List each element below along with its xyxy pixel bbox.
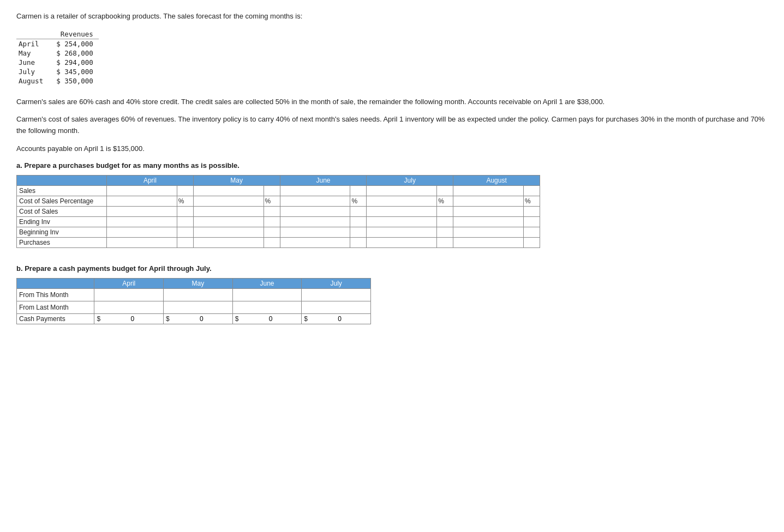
cash-payments-may-cell: $ (164, 313, 233, 324)
purchases-may-input[interactable] (194, 238, 264, 247)
costpct-august-input[interactable] (453, 196, 523, 206)
revenue-amount-july: $ 345,000 (54, 67, 99, 76)
costpct-june-pct: % (350, 196, 367, 206)
begininv-august-divider (523, 227, 540, 237)
purchases-june-input[interactable] (280, 238, 350, 247)
from-last-month-july-input[interactable] (304, 303, 368, 312)
purchases-header-empty (17, 175, 107, 185)
costpct-april-pct: % (177, 196, 193, 206)
purchases-may-divider (264, 237, 280, 247)
endinv-august-divider (523, 216, 540, 227)
row-label-from-this-month: From This Month (17, 288, 94, 301)
endinv-july-input-cell (367, 216, 437, 227)
table-row: Sales (17, 185, 540, 196)
begininv-april-divider (177, 227, 193, 237)
begininv-april-input[interactable] (107, 227, 177, 237)
cash-header-empty (17, 278, 94, 288)
purchases-header-june: June (280, 175, 367, 185)
begininv-august-input-cell (453, 227, 524, 237)
cash-payments-may-input[interactable] (171, 315, 204, 323)
cash-payments-july-input[interactable] (309, 315, 342, 323)
purchases-august-input[interactable] (453, 238, 523, 247)
table-row: From Last Month (17, 301, 371, 313)
from-this-month-july-cell (302, 288, 371, 301)
costsales-may-input-cell (193, 206, 264, 216)
costsales-may-input[interactable] (194, 207, 264, 216)
row-label-beginning-inv: Beginning Inv (17, 227, 107, 237)
from-last-month-june-input[interactable] (235, 303, 300, 312)
begininv-august-input[interactable] (453, 227, 523, 237)
endinv-may-input-cell (193, 216, 264, 227)
costsales-august-input[interactable] (453, 207, 523, 216)
begininv-july-divider (437, 227, 453, 237)
from-this-month-april-input[interactable] (97, 290, 161, 300)
section-b-label: b. Prepare a cash payments budget for Ap… (16, 264, 768, 273)
purchases-june-divider (350, 237, 367, 247)
sales-june-divider (350, 185, 367, 196)
table-row: Cost of Sales (17, 206, 540, 216)
sales-may-input[interactable] (194, 186, 264, 196)
table-row: Cash Payments $ $ $ (17, 313, 371, 324)
table-row: Cost of Sales Percentage % % % % % (17, 196, 540, 206)
begininv-june-input-cell (280, 227, 350, 237)
costpct-august-pct: % (523, 196, 540, 206)
costpct-april-input[interactable] (107, 196, 177, 206)
costsales-june-input[interactable] (280, 207, 350, 216)
sales-july-input[interactable] (367, 186, 436, 196)
begininv-april-input-cell (107, 227, 177, 237)
begininv-may-input[interactable] (194, 227, 264, 237)
costpct-may-input[interactable] (194, 196, 264, 206)
costsales-july-divider (437, 206, 453, 216)
begininv-june-divider (350, 227, 367, 237)
costpct-july-input-cell (367, 196, 437, 206)
purchases-july-divider (437, 237, 453, 247)
revenue-month-august: August (16, 76, 54, 86)
endinv-august-input-cell (453, 216, 524, 227)
costsales-april-input[interactable] (107, 207, 177, 216)
cash-header-april: April (94, 278, 164, 288)
costpct-july-input[interactable] (367, 196, 436, 206)
revenue-month-june: June (16, 58, 54, 67)
sales-july-divider (437, 185, 453, 196)
cash-payments-april-input[interactable] (101, 315, 134, 323)
begininv-june-input[interactable] (280, 227, 350, 237)
from-this-month-june-input[interactable] (235, 290, 300, 300)
sales-august-input[interactable] (453, 186, 523, 196)
sales-june-input[interactable] (280, 186, 350, 196)
from-last-month-april-cell (94, 301, 164, 313)
from-last-month-april-input[interactable] (97, 303, 161, 312)
costsales-april-divider (177, 206, 193, 216)
from-this-month-may-input[interactable] (166, 290, 230, 300)
endinv-june-divider (350, 216, 367, 227)
costsales-july-input[interactable] (367, 207, 436, 216)
purchases-budget-table: April May June July August Sales Cost of… (16, 175, 540, 248)
cash-payments-table: April May June July From This Month From… (16, 278, 371, 324)
purchases-july-input[interactable] (367, 238, 436, 247)
begininv-may-input-cell (193, 227, 264, 237)
endinv-june-input-cell (280, 216, 350, 227)
cash-payments-june-input[interactable] (240, 315, 272, 323)
cash-payments-july-cell: $ (302, 313, 371, 324)
endinv-may-input[interactable] (194, 217, 264, 227)
revenue-month-may: May (16, 49, 54, 58)
sales-april-input[interactable] (107, 186, 177, 196)
endinv-august-input[interactable] (453, 217, 523, 227)
costsales-august-input-cell (453, 206, 524, 216)
sales-may-input-cell (193, 185, 264, 196)
endinv-july-input[interactable] (367, 217, 436, 227)
from-this-month-july-input[interactable] (304, 290, 368, 300)
endinv-june-input[interactable] (280, 217, 350, 227)
purchases-august-divider (523, 237, 540, 247)
begininv-july-input[interactable] (367, 227, 436, 237)
from-last-month-july-cell (302, 301, 371, 313)
costpct-june-input[interactable] (280, 196, 350, 206)
costsales-may-divider (264, 206, 280, 216)
endinv-april-input[interactable] (107, 217, 177, 227)
from-last-month-may-input[interactable] (166, 303, 230, 312)
costpct-july-pct: % (437, 196, 453, 206)
from-this-month-june-cell (232, 288, 302, 301)
costpct-august-input-cell (453, 196, 524, 206)
row-label-cash-payments: Cash Payments (17, 313, 94, 324)
purchases-april-input[interactable] (107, 238, 177, 247)
row-label-cost-sales: Cost of Sales (17, 206, 107, 216)
